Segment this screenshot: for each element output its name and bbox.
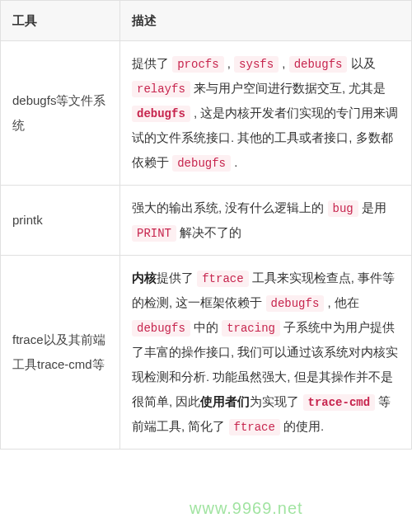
table-header-row: 工具 描述: [1, 1, 412, 41]
tool-name: debugfs等文件系统: [1, 41, 120, 186]
code-debugfs: debugfs: [172, 155, 231, 172]
code-debugfs: debugfs: [289, 56, 348, 73]
tool-desc: 内核提供了 ftrace 工具来实现检查点, 事件等的检测, 这一框架依赖于 d…: [120, 256, 412, 450]
bold-kernel: 内核: [132, 271, 157, 285]
code-ftrace: ftrace: [229, 419, 280, 435]
code-debugfs: debugfs: [132, 320, 190, 337]
code-debugfs: debugfs: [266, 295, 325, 312]
tool-name: ftrace以及其前端工具trace-cmd等: [1, 256, 120, 450]
table-row: printk 强大的输出系统, 没有什么逻辑上的 bug 是用 PRINT 解决…: [1, 186, 412, 256]
code-procfs: procfs: [172, 56, 223, 73]
code-bug: bug: [328, 200, 358, 217]
watermark: www.9969.net: [190, 499, 303, 518]
code-debugfs-bold: debugfs: [132, 106, 190, 122]
tool-name: printk: [1, 186, 120, 256]
code-trace-cmd: trace-cmd: [303, 394, 376, 411]
code-relayfs: relayfs: [132, 81, 190, 97]
tool-desc: 强大的输出系统, 没有什么逻辑上的 bug 是用 PRINT 解决不了的: [120, 186, 412, 256]
table-row: debugfs等文件系统 提供了 procfs , sysfs , debugf…: [1, 41, 412, 186]
code-ftrace: ftrace: [197, 271, 248, 287]
tools-table: 工具 描述 debugfs等文件系统 提供了 procfs , sysfs , …: [0, 0, 412, 450]
header-tool: 工具: [1, 1, 120, 41]
bold-users: 使用者们: [200, 394, 250, 408]
code-print: PRINT: [132, 225, 176, 242]
table-row: ftrace以及其前端工具trace-cmd等 内核提供了 ftrace 工具来…: [1, 256, 412, 450]
tool-desc: 提供了 procfs , sysfs , debugfs 以及 relayfs …: [120, 41, 412, 186]
code-sysfs: sysfs: [234, 56, 279, 73]
header-desc: 描述: [120, 1, 412, 41]
code-tracing: tracing: [222, 320, 280, 337]
